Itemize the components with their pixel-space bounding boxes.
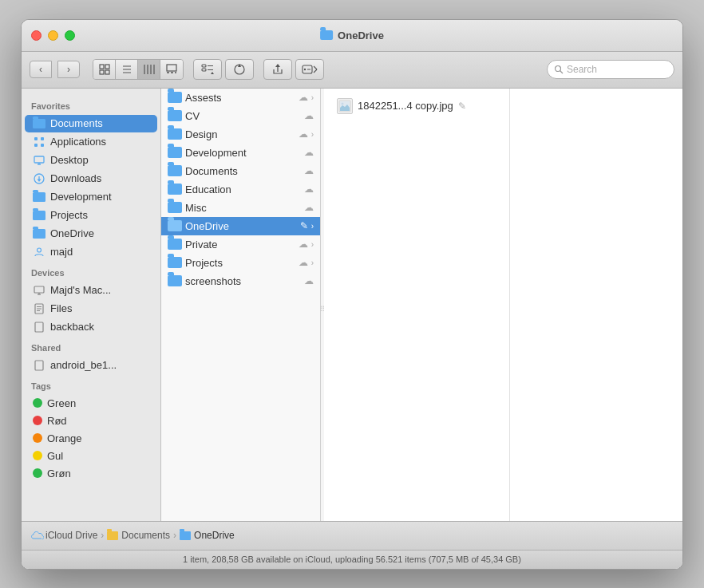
sidebar-item-files-label: Files <box>50 302 72 314</box>
sidebar-item-majd-label: majd <box>50 246 73 258</box>
breadcrumb-docs-label: Documents <box>121 530 170 541</box>
orange-tag-dot <box>33 433 42 443</box>
resizer-1[interactable] <box>321 89 324 521</box>
sidebar-item-tag-green2[interactable]: Grøn <box>25 465 157 482</box>
folder-icon-screenshots <box>168 275 182 286</box>
breadcrumb-onedrive-label: OneDrive <box>194 530 235 541</box>
folder-design[interactable]: Design ☁ › <box>161 125 320 144</box>
finder-window: OneDrive ‹ › <box>21 19 683 570</box>
svg-rect-50 <box>35 361 43 370</box>
folder-private[interactable]: Private ☁ › <box>161 235 320 254</box>
svg-rect-2 <box>100 70 104 74</box>
tag-green-label: Green <box>47 397 76 409</box>
folder-icon-design <box>168 128 182 140</box>
majd-mac-icon <box>33 284 45 297</box>
applications-icon <box>33 136 45 148</box>
folder-onedrive[interactable]: OneDrive ✎ › <box>161 217 320 235</box>
sidebar-item-desktop[interactable]: Desktop <box>25 152 157 169</box>
preview-pane: 1842251...4 copy.jpg ✎ <box>324 89 509 521</box>
action-button[interactable] <box>225 59 254 80</box>
development-icon <box>33 191 45 203</box>
svg-rect-1 <box>105 65 109 69</box>
folder-documents[interactable]: Documents ☁ <box>161 162 320 180</box>
sidebar-item-tag-yellow[interactable]: Gul <box>25 448 157 464</box>
jpg-file-icon <box>337 98 353 114</box>
documents-icon <box>33 117 45 130</box>
sidebar-item-backback-label: backback <box>50 321 94 333</box>
search-box[interactable]: Search <box>547 60 674 79</box>
sidebar-item-tag-red[interactable]: Rød <box>25 412 157 429</box>
arrange-button[interactable] <box>193 59 222 80</box>
sidebar-item-projects[interactable]: Projects <box>25 207 157 224</box>
svg-point-25 <box>304 69 306 70</box>
view-list-button[interactable] <box>116 60 138 79</box>
yellow-tag-dot <box>33 451 42 460</box>
preview-edit-icon: ✎ <box>458 101 466 112</box>
sidebar-item-files[interactable]: Files <box>25 300 157 318</box>
red-tag-dot <box>33 416 42 425</box>
sidebar-item-downloads[interactable]: Downloads <box>25 170 157 187</box>
sidebar-item-tag-orange[interactable]: Orange <box>25 430 157 447</box>
folder-icon-projects <box>168 257 182 268</box>
search-icon <box>554 65 564 74</box>
sidebar-item-tag-green[interactable]: Green <box>25 395 157 412</box>
folder-education[interactable]: Education ☁ <box>161 180 320 199</box>
svg-line-27 <box>314 66 317 69</box>
share-button[interactable] <box>263 59 292 80</box>
folder-icon-development <box>168 147 182 158</box>
tags-label: Tags <box>22 375 160 394</box>
breadcrumb-bar: iCloud Drive › Documents › OneDrive <box>22 521 682 550</box>
sidebar-item-development-label: Development <box>50 191 112 203</box>
sidebar: Favorites Documents Applications <box>22 89 161 521</box>
svg-rect-3 <box>105 70 109 74</box>
folder-assests[interactable]: Assests ☁ › <box>161 89 320 107</box>
back-button[interactable]: ‹ <box>30 61 52 78</box>
sidebar-item-backback[interactable]: backback <box>25 318 157 336</box>
view-icon-button[interactable] <box>93 60 116 79</box>
folder-screenshots[interactable]: screenshots ☁ <box>161 272 320 290</box>
sidebar-item-android[interactable]: android_be1... <box>25 357 157 374</box>
folder-development[interactable]: Development ☁ <box>161 144 320 162</box>
folder-icon-documents <box>168 165 182 176</box>
folder-projects[interactable]: Projects ☁ › <box>161 254 320 272</box>
toolbar: ‹ › <box>22 52 682 89</box>
view-column-button[interactable] <box>138 60 160 79</box>
svg-rect-15 <box>202 65 206 67</box>
sidebar-item-desktop-label: Desktop <box>50 154 89 166</box>
sidebar-item-onedrive-label: OneDrive <box>50 227 94 239</box>
docs-folder-icon-bc <box>107 531 118 540</box>
sidebar-item-development[interactable]: Development <box>25 188 157 206</box>
breadcrumb-onedrive[interactable]: OneDrive <box>180 530 235 541</box>
folder-cv[interactable]: CV ☁ <box>161 107 320 125</box>
breadcrumb-documents[interactable]: Documents <box>107 530 170 541</box>
svg-point-54 <box>342 102 344 105</box>
folder-misc[interactable]: Misc ☁ <box>161 199 320 217</box>
tag-red-label: Rød <box>47 415 67 427</box>
sidebar-item-applications[interactable]: Applications <box>25 133 157 151</box>
view-gallery-button[interactable] <box>160 60 183 79</box>
preview-item-jpg[interactable]: 1842251...4 copy.jpg ✎ <box>330 95 503 117</box>
breadcrumb: iCloud Drive › Documents › OneDrive <box>31 530 673 541</box>
svg-line-28 <box>314 69 317 73</box>
close-button[interactable] <box>31 30 42 41</box>
projects-icon <box>33 209 45 222</box>
maximize-button[interactable] <box>65 30 75 41</box>
breadcrumb-sep-2: › <box>173 530 176 541</box>
minimize-button[interactable] <box>48 30 58 41</box>
forward-button[interactable]: › <box>57 61 80 78</box>
svg-point-29 <box>556 66 561 72</box>
backback-icon <box>33 321 45 333</box>
sidebar-item-downloads-label: Downloads <box>50 172 101 184</box>
tag-green2-label: Grøn <box>47 468 71 479</box>
svg-rect-42 <box>34 286 44 293</box>
sidebar-item-majd-mac[interactable]: Majd's Mac... <box>25 282 157 299</box>
svg-rect-0 <box>100 65 104 69</box>
content-area: Favorites Documents Applications <box>22 89 682 521</box>
od-folder-icon-bc <box>180 531 191 540</box>
sidebar-item-documents[interactable]: Documents <box>25 115 157 132</box>
folder-icon-assests <box>168 92 182 103</box>
sidebar-item-onedrive[interactable]: OneDrive <box>25 225 157 243</box>
sidebar-item-majd[interactable]: majd <box>25 243 157 261</box>
tags-button[interactable] <box>295 59 324 80</box>
breadcrumb-icloud[interactable]: iCloud Drive <box>31 530 97 541</box>
